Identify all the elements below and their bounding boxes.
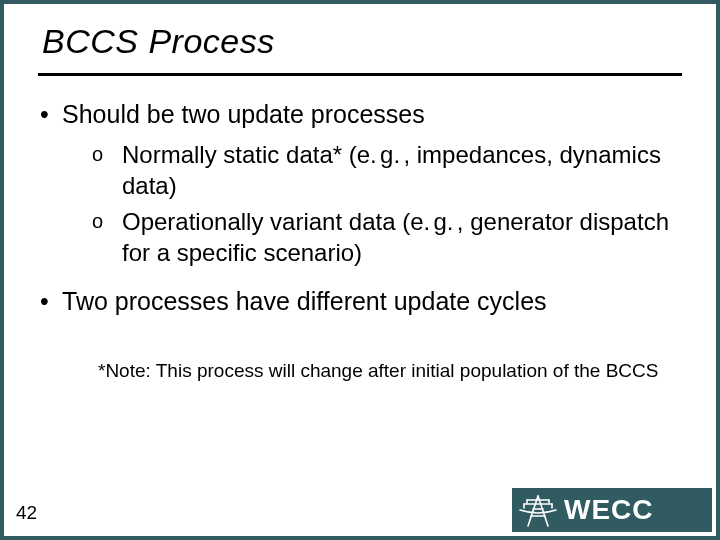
bullet-text: Should be two update processes bbox=[62, 100, 425, 128]
sub-bullet-item: Normally static data* (e. g. , impedance… bbox=[92, 140, 682, 201]
slide-body: Should be two update processes Normally … bbox=[4, 76, 716, 383]
sub-bullet-text: Normally static data* (e. g. , impedance… bbox=[122, 141, 661, 199]
logo-text: WECC bbox=[564, 494, 654, 526]
slide-title: BCCS Process bbox=[4, 4, 716, 73]
bullet-text: Two processes have different update cycl… bbox=[62, 287, 547, 315]
wecc-logo: WECC bbox=[512, 488, 712, 532]
sub-bullet-list: Normally static data* (e. g. , impedance… bbox=[62, 140, 682, 269]
sub-bullet-text: Operationally variant data (e. g. , gene… bbox=[122, 208, 669, 266]
slide: BCCS Process Should be two update proces… bbox=[0, 0, 720, 540]
footnote: *Note: This process will change after in… bbox=[38, 333, 682, 383]
page-number: 42 bbox=[16, 502, 37, 524]
transmission-tower-icon bbox=[518, 492, 558, 528]
footer: 42 WECC bbox=[4, 490, 716, 536]
bullet-item: Should be two update processes Normally … bbox=[38, 98, 682, 269]
bullet-item: Two processes have different update cycl… bbox=[38, 285, 682, 317]
bullet-list: Should be two update processes Normally … bbox=[38, 98, 682, 317]
sub-bullet-item: Operationally variant data (e. g. , gene… bbox=[92, 207, 682, 268]
